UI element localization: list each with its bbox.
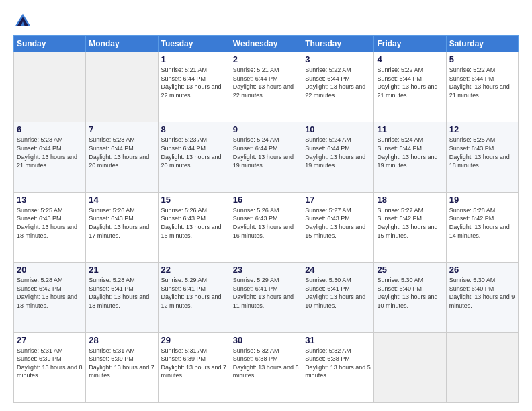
day-number: 24 bbox=[305, 265, 371, 275]
day-number: 31 bbox=[305, 335, 371, 345]
calendar-table: SundayMondayTuesdayWednesdayThursdayFrid… bbox=[13, 35, 519, 403]
calendar-cell: 9Sunrise: 5:24 AM Sunset: 6:44 PM Daylig… bbox=[230, 122, 302, 192]
calendar-cell: 4Sunrise: 5:22 AM Sunset: 6:44 PM Daylig… bbox=[374, 52, 446, 122]
day-number: 28 bbox=[89, 335, 154, 345]
calendar-cell: 22Sunrise: 5:29 AM Sunset: 6:41 PM Dayli… bbox=[158, 263, 230, 332]
day-detail: Sunrise: 5:26 AM Sunset: 6:43 PM Dayligh… bbox=[233, 206, 299, 240]
calendar-cell: 7Sunrise: 5:23 AM Sunset: 6:44 PM Daylig… bbox=[86, 122, 158, 192]
calendar-cell: 27Sunrise: 5:31 AM Sunset: 6:39 PM Dayli… bbox=[14, 332, 86, 402]
day-number: 13 bbox=[17, 195, 83, 205]
calendar-cell: 11Sunrise: 5:24 AM Sunset: 6:44 PM Dayli… bbox=[374, 122, 446, 192]
calendar-cell bbox=[446, 332, 518, 402]
day-number: 26 bbox=[449, 265, 515, 275]
day-detail: Sunrise: 5:22 AM Sunset: 6:44 PM Dayligh… bbox=[377, 66, 443, 99]
day-number: 19 bbox=[449, 195, 515, 205]
calendar-cell: 24Sunrise: 5:30 AM Sunset: 6:41 PM Dayli… bbox=[302, 263, 374, 332]
calendar-cell: 17Sunrise: 5:27 AM Sunset: 6:43 PM Dayli… bbox=[302, 192, 374, 262]
day-detail: Sunrise: 5:30 AM Sunset: 6:41 PM Dayligh… bbox=[305, 276, 371, 310]
day-number: 1 bbox=[161, 54, 227, 64]
day-detail: Sunrise: 5:24 AM Sunset: 6:44 PM Dayligh… bbox=[305, 136, 371, 169]
day-detail: Sunrise: 5:24 AM Sunset: 6:44 PM Dayligh… bbox=[233, 136, 299, 169]
day-detail: Sunrise: 5:28 AM Sunset: 6:41 PM Dayligh… bbox=[89, 276, 154, 310]
day-detail: Sunrise: 5:30 AM Sunset: 6:40 PM Dayligh… bbox=[377, 276, 443, 310]
day-detail: Sunrise: 5:28 AM Sunset: 6:42 PM Dayligh… bbox=[449, 206, 515, 240]
day-detail: Sunrise: 5:23 AM Sunset: 6:44 PM Dayligh… bbox=[89, 136, 154, 169]
calendar-cell: 26Sunrise: 5:30 AM Sunset: 6:40 PM Dayli… bbox=[446, 263, 518, 332]
calendar-cell: 15Sunrise: 5:26 AM Sunset: 6:43 PM Dayli… bbox=[158, 192, 230, 262]
day-number: 20 bbox=[17, 265, 83, 275]
day-number: 11 bbox=[377, 124, 443, 134]
weekday-header: Sunday bbox=[14, 36, 86, 52]
day-detail: Sunrise: 5:30 AM Sunset: 6:40 PM Dayligh… bbox=[449, 276, 515, 310]
day-number: 5 bbox=[449, 54, 515, 64]
day-detail: Sunrise: 5:29 AM Sunset: 6:41 PM Dayligh… bbox=[161, 276, 227, 310]
weekday-header: Thursday bbox=[302, 36, 374, 52]
day-detail: Sunrise: 5:25 AM Sunset: 6:43 PM Dayligh… bbox=[449, 136, 515, 169]
calendar-cell: 31Sunrise: 5:32 AM Sunset: 6:38 PM Dayli… bbox=[302, 332, 374, 402]
day-detail: Sunrise: 5:23 AM Sunset: 6:44 PM Dayligh… bbox=[17, 136, 83, 169]
page: SundayMondayTuesdayWednesdayThursdayFrid… bbox=[0, 0, 532, 411]
day-number: 30 bbox=[233, 335, 299, 345]
day-detail: Sunrise: 5:21 AM Sunset: 6:44 PM Dayligh… bbox=[233, 66, 299, 99]
day-detail: Sunrise: 5:22 AM Sunset: 6:44 PM Dayligh… bbox=[449, 66, 515, 99]
day-number: 22 bbox=[161, 265, 227, 275]
day-number: 27 bbox=[17, 335, 83, 345]
day-number: 14 bbox=[89, 195, 154, 205]
day-detail: Sunrise: 5:24 AM Sunset: 6:44 PM Dayligh… bbox=[377, 136, 443, 169]
calendar-cell: 3Sunrise: 5:22 AM Sunset: 6:44 PM Daylig… bbox=[302, 52, 374, 122]
day-number: 8 bbox=[161, 124, 227, 134]
calendar-week-row: 27Sunrise: 5:31 AM Sunset: 6:39 PM Dayli… bbox=[14, 332, 519, 402]
day-number: 2 bbox=[233, 54, 299, 64]
day-number: 25 bbox=[377, 265, 443, 275]
day-number: 4 bbox=[377, 54, 443, 64]
day-detail: Sunrise: 5:28 AM Sunset: 6:42 PM Dayligh… bbox=[17, 276, 83, 310]
day-number: 7 bbox=[89, 124, 154, 134]
day-number: 29 bbox=[161, 335, 227, 345]
calendar-cell: 2Sunrise: 5:21 AM Sunset: 6:44 PM Daylig… bbox=[230, 52, 302, 122]
day-detail: Sunrise: 5:31 AM Sunset: 6:39 PM Dayligh… bbox=[161, 347, 227, 380]
weekday-header: Monday bbox=[86, 36, 158, 52]
calendar-cell bbox=[374, 332, 446, 402]
day-number: 16 bbox=[233, 195, 299, 205]
day-detail: Sunrise: 5:31 AM Sunset: 6:39 PM Dayligh… bbox=[89, 347, 154, 380]
calendar-cell: 18Sunrise: 5:27 AM Sunset: 6:42 PM Dayli… bbox=[374, 192, 446, 262]
calendar-cell bbox=[86, 52, 158, 122]
calendar-cell: 30Sunrise: 5:32 AM Sunset: 6:38 PM Dayli… bbox=[230, 332, 302, 402]
weekday-header: Saturday bbox=[446, 36, 518, 52]
calendar-week-row: 1Sunrise: 5:21 AM Sunset: 6:44 PM Daylig… bbox=[14, 52, 519, 122]
calendar-cell: 6Sunrise: 5:23 AM Sunset: 6:44 PM Daylig… bbox=[14, 122, 86, 192]
day-detail: Sunrise: 5:29 AM Sunset: 6:41 PM Dayligh… bbox=[233, 276, 299, 310]
weekday-header: Tuesday bbox=[158, 36, 230, 52]
day-detail: Sunrise: 5:31 AM Sunset: 6:39 PM Dayligh… bbox=[17, 347, 83, 380]
day-number: 18 bbox=[377, 195, 443, 205]
calendar-cell: 20Sunrise: 5:28 AM Sunset: 6:42 PM Dayli… bbox=[14, 263, 86, 332]
weekday-header: Wednesday bbox=[230, 36, 302, 52]
calendar-cell: 23Sunrise: 5:29 AM Sunset: 6:41 PM Dayli… bbox=[230, 263, 302, 332]
day-detail: Sunrise: 5:26 AM Sunset: 6:43 PM Dayligh… bbox=[89, 206, 154, 240]
day-detail: Sunrise: 5:32 AM Sunset: 6:38 PM Dayligh… bbox=[305, 347, 371, 380]
calendar-cell: 16Sunrise: 5:26 AM Sunset: 6:43 PM Dayli… bbox=[230, 192, 302, 262]
logo-icon bbox=[13, 12, 32, 31]
day-number: 9 bbox=[233, 124, 299, 134]
header bbox=[13, 12, 519, 31]
day-detail: Sunrise: 5:26 AM Sunset: 6:43 PM Dayligh… bbox=[161, 206, 227, 240]
day-number: 15 bbox=[161, 195, 227, 205]
calendar-cell: 12Sunrise: 5:25 AM Sunset: 6:43 PM Dayli… bbox=[446, 122, 518, 192]
day-number: 6 bbox=[17, 124, 83, 134]
day-number: 23 bbox=[233, 265, 299, 275]
day-detail: Sunrise: 5:21 AM Sunset: 6:44 PM Dayligh… bbox=[161, 66, 227, 99]
calendar-cell: 1Sunrise: 5:21 AM Sunset: 6:44 PM Daylig… bbox=[158, 52, 230, 122]
calendar-cell: 13Sunrise: 5:25 AM Sunset: 6:43 PM Dayli… bbox=[14, 192, 86, 262]
calendar-header-row: SundayMondayTuesdayWednesdayThursdayFrid… bbox=[14, 36, 519, 52]
calendar-cell: 10Sunrise: 5:24 AM Sunset: 6:44 PM Dayli… bbox=[302, 122, 374, 192]
day-detail: Sunrise: 5:27 AM Sunset: 6:42 PM Dayligh… bbox=[377, 206, 443, 240]
weekday-header: Friday bbox=[374, 36, 446, 52]
calendar-cell: 5Sunrise: 5:22 AM Sunset: 6:44 PM Daylig… bbox=[446, 52, 518, 122]
calendar-week-row: 20Sunrise: 5:28 AM Sunset: 6:42 PM Dayli… bbox=[14, 263, 519, 332]
calendar-cell bbox=[14, 52, 86, 122]
calendar-week-row: 6Sunrise: 5:23 AM Sunset: 6:44 PM Daylig… bbox=[14, 122, 519, 192]
day-detail: Sunrise: 5:32 AM Sunset: 6:38 PM Dayligh… bbox=[233, 347, 299, 380]
day-detail: Sunrise: 5:22 AM Sunset: 6:44 PM Dayligh… bbox=[305, 66, 371, 99]
day-detail: Sunrise: 5:25 AM Sunset: 6:43 PM Dayligh… bbox=[17, 206, 83, 240]
logo bbox=[13, 12, 35, 31]
